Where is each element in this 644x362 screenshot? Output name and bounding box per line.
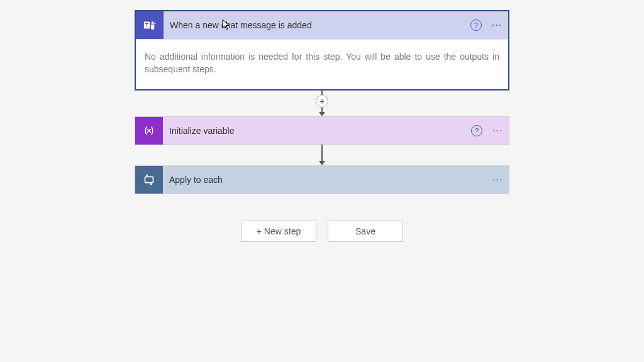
svg-text:T: T (145, 23, 148, 28)
trigger-card: T When a new chat message is added ? ···… (135, 10, 509, 90)
apply-title: Apply to each (163, 175, 486, 185)
teams-icon: T (136, 11, 164, 39)
trigger-header[interactable]: T When a new chat message is added ? ··· (136, 11, 508, 39)
svg-point-2 (152, 21, 154, 24)
trigger-title: When a new chat message is added (164, 20, 470, 30)
apply-icon (135, 166, 163, 194)
more-icon[interactable]: ··· (486, 166, 509, 194)
connector-1: + (316, 90, 328, 116)
apply-card: Apply to each ··· (135, 165, 509, 194)
help-icon[interactable]: ? (471, 125, 482, 136)
new-step-button[interactable]: + New step (241, 221, 316, 242)
save-button[interactable]: Save (328, 221, 403, 242)
more-icon[interactable]: ··· (486, 117, 509, 145)
variable-card: Initialize variable ? ··· (135, 116, 509, 145)
add-step-button[interactable]: + (316, 95, 328, 107)
variable-icon (135, 117, 163, 145)
variable-header[interactable]: Initialize variable ? ··· (135, 117, 509, 145)
trigger-body: No additional information is needed for … (136, 39, 508, 89)
connector-2 (319, 145, 325, 165)
help-icon[interactable]: ? (470, 19, 482, 31)
footer-buttons: + New step Save (241, 221, 403, 242)
more-icon[interactable]: ··· (486, 11, 508, 39)
svg-rect-4 (145, 177, 153, 183)
variable-title: Initialize variable (163, 126, 471, 136)
svg-point-3 (154, 23, 155, 24)
apply-header[interactable]: Apply to each ··· (135, 166, 509, 194)
